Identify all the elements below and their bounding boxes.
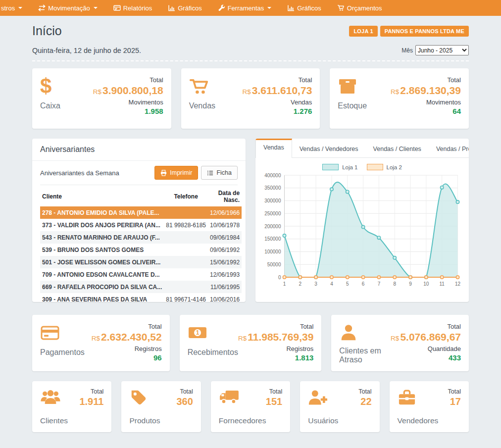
tab-vendas[interactable]: Vendas bbox=[255, 139, 292, 158]
money-bill-icon: 1 bbox=[188, 323, 207, 343]
svg-text:200000: 200000 bbox=[264, 224, 281, 229]
nav-item-graficos-2[interactable]: Gráficos bbox=[283, 0, 325, 16]
table-row[interactable]: 501 - JOSE WELISSON GOMES OLIVEIR...15/0… bbox=[40, 256, 242, 268]
table-row[interactable]: 373 - VALDIR DOS ANJOS PEREIRA (AN...81 … bbox=[40, 219, 242, 231]
stat-card-vendas: Vendas Total R$3.611.610,73 Vendas 1.276 bbox=[181, 68, 320, 129]
svg-text:250000: 250000 bbox=[264, 211, 281, 216]
month-select[interactable]: Junho - 2025 bbox=[415, 45, 469, 55]
count-value: 96 bbox=[92, 353, 162, 362]
sales-chart: 0500001000001500002000002500003000003500… bbox=[260, 171, 464, 290]
cell-client: 501 - JOSE WELISSON GOMES OLIVEIR... bbox=[40, 256, 164, 268]
count-value: 1.813 bbox=[238, 353, 313, 362]
user-icon bbox=[339, 323, 358, 342]
cell-phone bbox=[164, 206, 208, 219]
cell-phone bbox=[164, 281, 208, 293]
chart-tabs: Vendas Vendas / Vendedores Vendas / Clie… bbox=[255, 139, 469, 158]
total-value: R$11.985.769,39 bbox=[238, 331, 313, 343]
mini-card-usuarios: Total 22 Usuários bbox=[300, 381, 379, 432]
legend-item-loja-1[interactable]: Loja 1 bbox=[322, 164, 357, 170]
stat-card-pagamentos: Pagamentos Total R$2.632.430,52 Registro… bbox=[32, 315, 170, 371]
table-row[interactable]: 278 - ANTONIO EMIDIO DA SILVA (PALE...12… bbox=[40, 206, 242, 219]
birthdays-panel-title: Aniversariantes bbox=[32, 139, 246, 161]
cell-client: 543 - RENATO MARINHO DE ARAUJO (F... bbox=[40, 231, 164, 244]
total-label: Total bbox=[79, 388, 103, 395]
card-name: Pagamentos bbox=[40, 348, 85, 357]
cell-client: 709 - ANTONIO EDSON CAVALCANTE D... bbox=[40, 268, 164, 281]
svg-text:100000: 100000 bbox=[264, 249, 281, 254]
bar-chart-icon bbox=[287, 4, 295, 11]
cell-date: 10/06/1978 bbox=[208, 219, 242, 231]
total-label: Total bbox=[243, 76, 312, 84]
store-badge-loja1[interactable]: LOJA 1 bbox=[349, 26, 377, 37]
total-label: Total bbox=[176, 388, 193, 395]
sales-chart-panel: Vendas Vendas / Vendedores Vendas / Clie… bbox=[255, 139, 469, 302]
card-name: Caixa bbox=[40, 101, 60, 110]
legend-item-loja-2[interactable]: Loja 2 bbox=[367, 164, 402, 170]
nav-label: Movimentação bbox=[48, 4, 90, 12]
legend-label: Loja 1 bbox=[342, 164, 357, 170]
total-label: Total bbox=[391, 76, 461, 84]
table-row[interactable]: 543 - RENATO MARINHO DE ARAUJO (F...09/0… bbox=[40, 231, 242, 244]
nav-item-graficos-1[interactable]: Gráficos bbox=[163, 0, 206, 16]
wrench-icon bbox=[218, 4, 225, 11]
count-label: Quantidade bbox=[391, 345, 461, 352]
total-label: Total bbox=[358, 388, 371, 395]
nav-item-cadastros[interactable]: stros bbox=[0, 0, 27, 16]
current-date: Quinta-feira, 12 de junho de 2025. bbox=[32, 47, 141, 54]
mini-card-produtos: Total 360 Produtos bbox=[121, 381, 200, 432]
cell-date: 11/06/1995 bbox=[208, 281, 242, 293]
stat-card-recebimentos: 1 Recebimentos Total R$11.985.769,39 Reg… bbox=[180, 315, 322, 371]
stat-card-caixa: $ Caixa Total R$3.900.800,18 Movimentos … bbox=[32, 68, 171, 129]
tab-vendas-produtos[interactable]: Vendas / Produtos bbox=[429, 139, 469, 157]
count-value: 17 bbox=[448, 396, 461, 407]
svg-text:350000: 350000 bbox=[264, 185, 281, 191]
table-row[interactable]: 539 - BRUNO DOS SANTOS GOMES09/06/1992 bbox=[40, 244, 242, 256]
cell-date: 10/06/2016 bbox=[208, 293, 242, 302]
svg-text:10: 10 bbox=[423, 281, 429, 287]
svg-text:0: 0 bbox=[278, 275, 281, 280]
nav-label: Gráficos bbox=[297, 4, 321, 12]
count-value: 1.958 bbox=[93, 107, 163, 115]
svg-text:9: 9 bbox=[409, 281, 412, 287]
count-value: 1.276 bbox=[243, 107, 312, 115]
nav-label: Orçamentos bbox=[347, 4, 382, 12]
count-label: Registros bbox=[92, 345, 162, 352]
table-row[interactable]: 669 - RAFAELA PROCOPIO DA SILVA CA...11/… bbox=[40, 281, 242, 293]
nav-item-orcamentos[interactable]: Orçamentos bbox=[333, 0, 387, 16]
tab-vendas-vendedores[interactable]: Vendas / Vendedores bbox=[292, 139, 366, 157]
ficha-button[interactable]: Ficha bbox=[201, 166, 238, 180]
table-row[interactable]: 309 - ANA SEVERINA PAES DA SILVA81 99671… bbox=[40, 293, 242, 302]
card-name: Estoque bbox=[338, 101, 367, 110]
cell-date: 12/06/1966 bbox=[208, 206, 242, 219]
card-name: Recebimentos bbox=[188, 348, 238, 357]
table-row[interactable]: 709 - ANTONIO EDSON CAVALCANTE D...12/06… bbox=[40, 268, 242, 281]
card-name: Clientes em Atraso bbox=[339, 347, 391, 364]
tab-vendas-clientes[interactable]: Vendas / Clientes bbox=[366, 139, 429, 157]
legend-swatch bbox=[322, 164, 339, 170]
col-header-cliente: Cliente bbox=[40, 186, 164, 206]
month-label: Mês bbox=[401, 47, 413, 54]
nav-item-movimentacao[interactable]: Movimentação bbox=[34, 0, 102, 16]
nav-item-ferramentas[interactable]: Ferramentas bbox=[213, 0, 276, 16]
svg-text:300000: 300000 bbox=[264, 198, 281, 203]
cell-date: 09/06/1992 bbox=[208, 244, 242, 256]
print-button[interactable]: Imprimir bbox=[154, 166, 198, 180]
svg-text:12: 12 bbox=[455, 281, 461, 287]
card-name: Vendedores bbox=[398, 416, 461, 425]
svg-text:7: 7 bbox=[378, 281, 381, 287]
count-label: Movimentos bbox=[93, 99, 163, 106]
count-label: Vendas bbox=[243, 99, 312, 106]
store-badge-company[interactable]: PANNOS E PANNOS LTDA ME bbox=[380, 26, 469, 37]
legend-swatch bbox=[367, 164, 383, 170]
count-label: Registros bbox=[238, 345, 313, 352]
svg-text:11: 11 bbox=[439, 281, 445, 287]
cell-date: 15/06/1992 bbox=[208, 256, 242, 268]
birthday-table-body: 278 - ANTONIO EMIDIO DA SILVA (PALE...12… bbox=[40, 206, 242, 302]
total-value: R$3.900.800,18 bbox=[93, 85, 163, 97]
cell-phone bbox=[164, 268, 208, 281]
report-icon bbox=[113, 4, 121, 11]
nav-item-relatorios[interactable]: Relatórios bbox=[109, 0, 157, 16]
store-badges: LOJA 1 PANNOS E PANNOS LTDA ME bbox=[349, 26, 469, 37]
shopping-cart-icon bbox=[189, 77, 209, 95]
stat-card-clientes-atraso: Clientes em Atraso Total R$5.076.869,67 … bbox=[331, 315, 469, 371]
